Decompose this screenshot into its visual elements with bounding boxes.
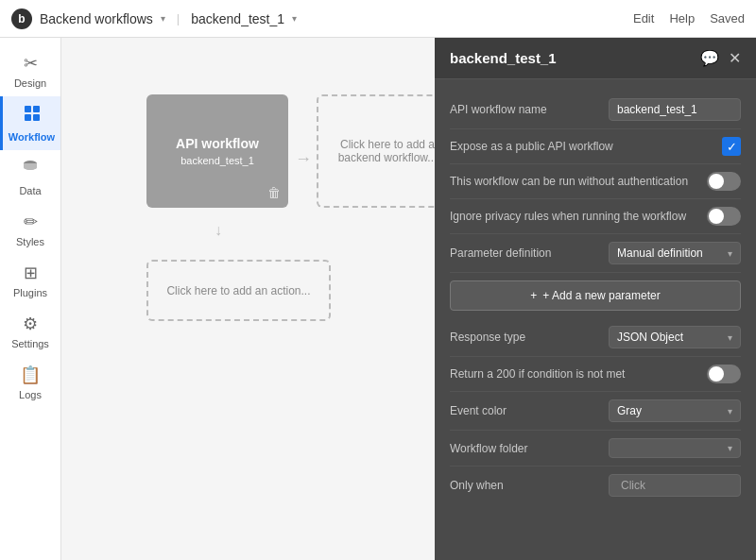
expose-public-checkbox[interactable]: ✓ xyxy=(722,137,741,156)
event-color-label: Event color xyxy=(450,404,601,417)
delete-workflow-button[interactable]: 🗑 xyxy=(267,185,281,200)
edit-menu[interactable]: Edit xyxy=(633,11,654,25)
response-type-row: Response type JSON Object ▾ xyxy=(450,318,741,357)
workflow-icon xyxy=(23,104,42,127)
event-color-value: Gray xyxy=(617,404,642,417)
close-panel-button[interactable]: ✕ xyxy=(729,49,741,67)
styles-icon: ✏ xyxy=(24,212,38,232)
chevron-down-icon: ▾ xyxy=(728,443,732,453)
app-title-dropdown[interactable]: ▾ xyxy=(161,13,165,24)
no-auth-label: This workflow can be run without authent… xyxy=(450,175,699,188)
chevron-down-icon: ▾ xyxy=(728,406,732,416)
return-200-toggle[interactable] xyxy=(707,365,741,383)
topbar-nav: Edit Help Saved xyxy=(633,11,745,25)
event-color-select[interactable]: Gray ▾ xyxy=(609,399,741,422)
workflow-folder-row: Workflow folder ▾ xyxy=(450,431,741,467)
comment-button[interactable]: 💬 xyxy=(700,49,719,67)
only-when-click-label: Click xyxy=(621,479,645,492)
expose-public-row: Expose as a public API workflow ✓ xyxy=(450,129,741,164)
topbar: b Backend workflows ▾ | backend_test_1 ▾… xyxy=(0,0,756,38)
panel-header-actions: 💬 ✕ xyxy=(700,49,741,67)
response-type-label: Response type xyxy=(450,331,601,344)
data-icon xyxy=(21,158,40,181)
no-auth-row: This workflow can be run without authent… xyxy=(450,164,741,199)
svg-rect-1 xyxy=(33,106,40,112)
sidebar-item-design-label: Design xyxy=(14,77,46,89)
param-definition-row: Parameter definition Manual definition ▾ xyxy=(450,234,741,273)
no-auth-toggle[interactable] xyxy=(707,172,741,191)
workflow-card[interactable]: API workflow backend_test_1 🗑 xyxy=(146,94,288,208)
sidebar-item-workflow-label: Workflow xyxy=(9,131,55,143)
response-type-value: JSON Object xyxy=(617,331,683,344)
sidebar-item-design[interactable]: ✂ Design xyxy=(0,45,60,96)
response-type-select[interactable]: JSON Object ▾ xyxy=(609,326,741,348)
sidebar-item-data[interactable]: Data xyxy=(0,150,60,204)
api-name-row: API workflow name xyxy=(450,91,741,129)
sidebar-item-styles[interactable]: ✏ Styles xyxy=(0,204,60,255)
workflow-name: backend_test_1 xyxy=(191,11,284,26)
param-definition-select[interactable]: Manual definition ▾ xyxy=(609,242,741,264)
down-arrow: ↓ xyxy=(215,222,222,239)
only-when-click-button[interactable]: Click xyxy=(609,474,741,497)
add-action-button[interactable]: Click here to add an action... xyxy=(146,260,331,321)
connector-arrow: → xyxy=(295,149,312,169)
sidebar-item-settings[interactable]: ⚙ Settings xyxy=(0,306,60,357)
plugins-icon: ⊞ xyxy=(24,263,38,283)
return-200-label: Return a 200 if condition is not met xyxy=(450,367,699,381)
ignore-privacy-row: Ignore privacy rules when running the wo… xyxy=(450,199,741,234)
only-when-row: Only when Click xyxy=(450,467,741,504)
settings-panel: backend_test_1 💬 ✕ API workflow name Exp… xyxy=(435,38,756,560)
return-200-row: Return a 200 if condition is not met xyxy=(450,357,741,392)
svg-rect-3 xyxy=(33,114,40,121)
canvas-area: API workflow backend_test_1 🗑 → Click he… xyxy=(61,38,756,560)
svg-rect-2 xyxy=(25,114,31,121)
panel-body: API workflow name Expose as a public API… xyxy=(435,79,756,560)
sidebar-item-logs-label: Logs xyxy=(19,389,42,400)
add-action-label: Click here to add an action... xyxy=(166,284,310,297)
add-parameter-label: + Add a new parameter xyxy=(542,289,660,302)
expose-public-label: Expose as a public API workflow xyxy=(450,140,714,153)
workflow-name-dropdown[interactable]: ▾ xyxy=(292,13,297,24)
workflow-folder-label: Workflow folder xyxy=(450,442,601,455)
scissors-icon: ✂ xyxy=(24,53,38,74)
plus-icon: + xyxy=(530,289,537,302)
panel-title: backend_test_1 xyxy=(450,50,557,66)
param-definition-label: Parameter definition xyxy=(450,246,601,260)
only-when-label: Only when xyxy=(450,479,601,492)
chevron-down-icon: ▾ xyxy=(161,13,165,24)
chevron-down-icon: ▾ xyxy=(728,248,732,259)
svg-rect-0 xyxy=(25,106,31,112)
add-parameter-button[interactable]: + + Add a new parameter xyxy=(450,280,741,311)
ignore-privacy-label: Ignore privacy rules when running the wo… xyxy=(450,210,699,223)
logs-icon: 📋 xyxy=(20,365,41,385)
sidebar-item-logs[interactable]: 📋 Logs xyxy=(0,357,60,408)
event-color-row: Event color Gray ▾ xyxy=(450,392,741,431)
sidebar-item-plugins-label: Plugins xyxy=(13,287,47,298)
sidebar-item-styles-label: Styles xyxy=(16,236,44,247)
param-definition-value: Manual definition xyxy=(617,246,703,260)
sidebar-item-plugins[interactable]: ⊞ Plugins xyxy=(0,255,60,306)
sidebar-item-workflow[interactable]: Workflow xyxy=(0,96,60,150)
sidebar: ✂ Design Workflow Data ✏ Styles xyxy=(0,38,61,560)
gear-icon: ⚙ xyxy=(23,314,38,334)
api-name-input[interactable] xyxy=(609,98,741,121)
main-layout: ✂ Design Workflow Data ✏ Styles xyxy=(0,38,756,560)
ignore-privacy-toggle[interactable] xyxy=(707,207,741,226)
saved-status: Saved xyxy=(710,11,745,25)
chevron-down-icon: ▾ xyxy=(292,13,297,24)
app-logo: b xyxy=(11,8,32,29)
svg-point-5 xyxy=(24,164,37,170)
workflow-card-title: API workflow xyxy=(176,136,259,151)
app-title: Backend workflows xyxy=(40,11,153,26)
api-name-label: API workflow name xyxy=(450,103,601,116)
sidebar-item-data-label: Data xyxy=(19,185,41,196)
panel-header: backend_test_1 💬 ✕ xyxy=(435,38,756,79)
help-menu[interactable]: Help xyxy=(669,11,695,25)
add-workflow-label: Click here to add a backend workflow... xyxy=(330,138,445,164)
workflow-folder-select[interactable]: ▾ xyxy=(609,438,741,458)
chevron-down-icon: ▾ xyxy=(728,332,732,343)
workflow-card-subtitle: backend_test_1 xyxy=(180,155,254,166)
sidebar-item-settings-label: Settings xyxy=(11,338,49,349)
